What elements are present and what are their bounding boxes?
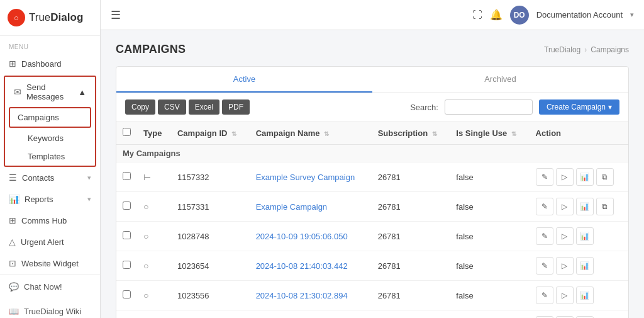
row5-edit-button[interactable]: ✎: [536, 287, 553, 304]
create-campaign-chevron-icon: ▾: [608, 103, 612, 111]
contacts-icon: ☰: [9, 173, 17, 183]
table-header: Type Campaign ID ⇅ Campaign Name ⇅ Subsc…: [116, 122, 628, 145]
row1-report-button[interactable]: 📊: [576, 168, 594, 186]
table-row: ○ 1010207 Link Example 26781 false ✎ ▷ 📊: [116, 310, 628, 319]
chat-icon: 💬: [9, 282, 19, 292]
row4-campaign-link[interactable]: 2024-10-08 21:40:03.442: [256, 261, 348, 271]
row3-type-icon: ○: [143, 231, 148, 241]
row2-report-button[interactable]: 📊: [576, 198, 594, 215]
row5-checkbox[interactable]: [123, 290, 131, 298]
select-all-checkbox[interactable]: [123, 128, 131, 136]
sidebar-item-comms-hub[interactable]: ⊞ Comms Hub: [0, 210, 100, 231]
sidebar-item-website-widget[interactable]: ⊡ Website Widget: [0, 253, 100, 274]
breadcrumb-sep: ›: [584, 45, 587, 54]
row2-checkbox-cell: [116, 192, 137, 222]
sidebar-item-wiki[interactable]: 📖 TrueDialog Wiki: [0, 299, 100, 318]
wiki-label: TrueDialog Wiki: [24, 307, 81, 316]
th-campaign-id: Campaign ID ⇅: [171, 122, 250, 145]
expand-icon[interactable]: ⛶: [472, 9, 482, 21]
row2-campaign-link[interactable]: Example Campaign: [256, 202, 327, 212]
row2-actions: ✎ ▷ 📊 ⧉: [530, 192, 628, 222]
row1-send-button[interactable]: ▷: [556, 168, 574, 186]
row1-type-icon: ⊢: [143, 172, 151, 182]
row1-checkbox[interactable]: [123, 172, 131, 180]
row6-actions: ✎ ▷ 📊: [530, 310, 628, 319]
sidebar-send-messages-label: Send Messages: [26, 82, 73, 101]
row1-edit-button[interactable]: ✎: [536, 168, 553, 186]
row3-send-button[interactable]: ▷: [556, 227, 574, 245]
breadcrumb-home[interactable]: TrueDialog: [544, 45, 580, 54]
row5-subscription: 26781: [372, 281, 450, 310]
row4-action-buttons: ✎ ▷ 📊: [536, 257, 622, 275]
content-area: CAMPAIGNS TrueDialog › Campaigns Active …: [101, 30, 644, 318]
row4-campaign-id: 1023654: [171, 251, 250, 281]
tab-archived[interactable]: Archived: [372, 67, 628, 93]
section-header-my-campaigns: My Campaigns: [116, 145, 628, 162]
row2-campaign-name: Example Campaign: [250, 192, 372, 222]
topbar: ☰ ⛶ 🔔 DO Documentation Account ▾: [101, 0, 644, 30]
hamburger-icon[interactable]: ☰: [111, 8, 121, 22]
row4-type-icon: ○: [143, 261, 148, 271]
sidebar-item-keywords[interactable]: Keywords: [5, 129, 95, 147]
th-action: Action: [530, 122, 628, 145]
row2-send-button[interactable]: ▷: [556, 198, 574, 215]
row2-type-icon: ○: [143, 202, 148, 212]
row4-send-button[interactable]: ▷: [556, 257, 574, 275]
row4-is-single-use: false: [450, 251, 529, 281]
row5-send-button[interactable]: ▷: [556, 287, 574, 304]
send-messages-box: ✉ Send Messages ▲ Campaigns Keywords Tem…: [4, 76, 96, 167]
row4-checkbox[interactable]: [123, 261, 131, 269]
wiki-icon: 📖: [9, 307, 19, 316]
sidebar-item-chat-now[interactable]: 💬 Chat Now!: [0, 275, 100, 299]
sidebar-item-reports[interactable]: 📊 Reports ▾: [0, 188, 100, 210]
sidebar-item-campaigns[interactable]: Campaigns: [10, 108, 90, 127]
row5-campaign-link[interactable]: 2024-10-08 21:30:02.894: [256, 291, 348, 300]
bell-icon[interactable]: 🔔: [490, 9, 502, 21]
sidebar-item-send-messages[interactable]: ✉ Send Messages ▲: [5, 77, 95, 107]
pdf-button[interactable]: PDF: [222, 99, 250, 115]
row3-campaign-name: 2024-10-09 19:05:06.050: [250, 222, 372, 251]
row3-actions: ✎ ▷ 📊: [530, 222, 628, 251]
search-input[interactable]: [445, 99, 533, 115]
th-campaign-name: Campaign Name ⇅: [250, 122, 372, 145]
row1-checkbox-cell: [116, 162, 137, 192]
row3-edit-button[interactable]: ✎: [536, 227, 553, 245]
row4-report-button[interactable]: 📊: [576, 257, 594, 275]
toolbar: Copy CSV Excel PDF Search: Create Campai…: [116, 93, 628, 122]
dashboard-icon: ⊞: [9, 59, 16, 69]
create-campaign-button[interactable]: Create Campaign ▾: [539, 99, 619, 115]
row6-checkbox-cell: [116, 310, 137, 319]
row2-edit-button[interactable]: ✎: [536, 198, 553, 215]
row1-subscription: 26781: [372, 162, 450, 192]
row2-copy-button[interactable]: ⧉: [596, 198, 614, 215]
row2-is-single-use: false: [450, 192, 529, 222]
account-chevron-icon[interactable]: ▾: [630, 11, 634, 19]
row2-type: ○: [137, 192, 171, 222]
row2-checkbox[interactable]: [123, 202, 131, 210]
excel-button[interactable]: Excel: [189, 99, 219, 115]
csv-button[interactable]: CSV: [158, 99, 186, 115]
comms-hub-label: Comms Hub: [21, 216, 67, 225]
copy-button[interactable]: Copy: [125, 99, 155, 115]
comms-hub-icon: ⊞: [9, 215, 16, 225]
sidebar-item-dashboard[interactable]: ⊞ Dashboard: [0, 53, 100, 74]
row3-campaign-link[interactable]: 2024-10-09 19:05:06.050: [256, 232, 348, 241]
row5-report-button[interactable]: 📊: [576, 287, 594, 304]
tab-active[interactable]: Active: [116, 67, 372, 93]
sidebar-item-urgent-alert[interactable]: △ Urgent Alert: [0, 231, 100, 253]
th-subscription: Subscription ⇅: [372, 122, 450, 145]
row3-checkbox[interactable]: [123, 231, 131, 239]
row1-copy-button[interactable]: ⧉: [596, 168, 614, 186]
row1-campaign-link[interactable]: Example Survey Campaign: [256, 173, 355, 182]
account-name[interactable]: Documentation Account: [536, 10, 623, 20]
row3-report-button[interactable]: 📊: [576, 227, 594, 245]
send-messages-chevron-icon: ▲: [78, 88, 86, 97]
row6-campaign-id: 1010207: [171, 310, 250, 319]
topbar-left: ☰: [111, 8, 121, 22]
row3-subscription: 26781: [372, 222, 450, 251]
row6-type: ○: [137, 310, 171, 319]
sidebar-item-contacts[interactable]: ☰ Contacts ▾: [0, 167, 100, 188]
sidebar-item-templates[interactable]: Templates: [5, 147, 95, 166]
row4-edit-button[interactable]: ✎: [536, 257, 553, 275]
create-campaign-label: Create Campaign: [547, 103, 606, 111]
